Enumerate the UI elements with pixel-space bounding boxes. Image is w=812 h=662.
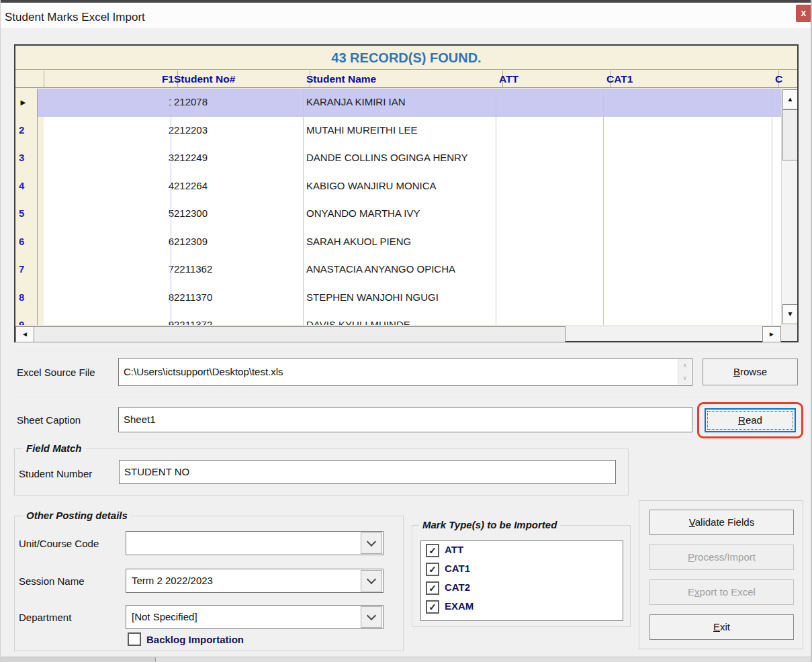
cell-f1: 4 [37,173,177,201]
cell-student-no: 2211372 [171,312,310,325]
list-item[interactable]: ✓ ATT [421,541,623,560]
scroll-down-button[interactable]: ▼ [782,304,797,324]
cell-f1: 1 [37,89,177,117]
cell-cat1 [603,256,778,284]
cell-student-no: 212249 [171,144,310,173]
student-number-input[interactable]: STUDENT NO [119,460,616,484]
session-name-dropdown-button[interactable] [361,570,382,592]
table-row[interactable]: 7 7 2211362 ANASTACIA ANYANGO OPICHA [15,256,781,285]
scroll-up-button[interactable]: ▲ [782,89,797,109]
check-icon: ✓ [427,564,438,575]
student-marks-import-window: Student Marks Excel Import x 43 RECORD(S… [0,0,812,662]
sheet-caption-label: Sheet Caption [17,414,81,426]
column-header-cat2-clipped[interactable]: C [772,70,788,87]
session-name-combobox[interactable]: Term 2 2022/2023 [126,569,384,593]
cell-student-name: ONYANDO MARTHA IVY [303,200,502,228]
cell-student-name: KABIGO WANJIRU MONICA [303,173,502,201]
cell-student-no: 212203 [171,117,310,145]
mark-types-title: Mark Type(s) to be Imported [419,519,560,530]
column-header-cat1[interactable]: CAT1 [603,70,779,87]
cell-f1: 2 [37,117,177,145]
table-row[interactable]: 4 4 212264 KABIGO WANJIRU MONICA [15,173,781,201]
scroll-left-button[interactable]: ◄ [15,326,34,342]
row-number: 6 [19,236,24,247]
exam-checkbox[interactable]: ✓ [426,600,439,614]
cell-att [496,284,610,312]
att-checkbox[interactable]: ✓ [426,544,439,557]
column-header-student-no[interactable]: Student No# [171,70,310,87]
cell-f1: 3 [37,144,177,173]
table-row[interactable]: 5 5 212300 ONYANDO MARTHA IVY [15,200,781,229]
row-number: 7 [19,263,24,275]
cell-f1: 8 [37,284,177,312]
column-header-f1[interactable]: F1 [37,70,178,87]
excel-source-input[interactable]: C:\Users\ictsupport\Desktop\test.xls ∧ ∨ [118,358,692,386]
backlog-importation-label: Backlog Importation [146,634,244,645]
other-posting-group: Other Posting details Unit/Course Code S… [14,516,404,651]
unit-course-dropdown-button[interactable] [361,532,382,554]
cell-f1: 7 [37,256,177,284]
cat2-checkbox[interactable]: ✓ [426,581,439,595]
browse-button[interactable]: Browse [703,359,798,385]
cat1-checkbox[interactable]: ✓ [426,563,439,576]
sheet-caption-input[interactable]: Sheet1 [118,407,692,432]
cell-att [496,89,610,117]
cat1-label: CAT1 [445,563,470,574]
session-name-label: Session Name [19,575,85,587]
row-number: 3 [19,152,24,163]
cell-att [496,200,610,228]
column-header-att[interactable]: ATT [496,70,611,87]
cell-student-name: STEPHEN WANJOHI NGUGI [303,284,502,312]
department-dropdown-button[interactable] [361,606,382,628]
field-match-group: Field Match Student Number STUDENT NO [14,448,629,495]
check-icon: ✓ [427,583,438,594]
close-icon: x [801,7,807,18]
list-item[interactable]: ✓ CAT2 [421,579,623,598]
cell-student-no: 212264 [171,173,310,201]
unit-course-label: Unit/Course Code [19,538,99,549]
cell-cat1 [603,89,778,117]
scroll-right-button[interactable]: ► [762,326,781,342]
spinner-down-icon: ∨ [678,372,691,385]
table-row[interactable]: 6 6 212309 SARAH AKUOL PIENG [15,228,781,257]
validate-fields-button[interactable]: Validate Fields [649,510,794,535]
unit-course-combobox[interactable] [126,531,384,555]
mark-types-group: Mark Type(s) to be Imported ✓ ATT ✓ CAT1… [412,525,631,627]
att-label: ATT [445,544,463,555]
records-found-caption: 43 RECORD(S) FOUND. [15,46,797,70]
cell-cat1 [603,312,778,325]
table-row[interactable]: 8 8 2211370 STEPHEN WANJOHI NGUGI [15,284,781,313]
cell-f1: 5 [37,200,177,228]
cell-cat1 [603,144,778,173]
table-row[interactable]: 3 3 212249 DANDE COLLINS OGINGA HENRY [15,144,781,173]
cat2-label: CAT2 [445,581,470,593]
student-number-label: Student Number [19,468,92,479]
table-row[interactable]: 2 2 212203 MUTAHI MUREITHI LEE [15,117,781,146]
separator [14,350,799,351]
exit-button[interactable]: Exit [649,614,794,640]
exam-label: EXAM [445,600,473,612]
textbox-scroll-spinner[interactable]: ∧ ∨ [678,359,691,385]
excel-source-value: C:\Users\ictsupport\Desktop\test.xls [124,366,283,377]
cell-f1: 6 [37,228,177,256]
close-button[interactable]: x [796,5,811,22]
column-header-student-name[interactable]: Student Name [303,70,503,87]
department-combobox[interactable]: [Not Specified] [126,605,384,629]
export-to-excel-button[interactable]: Export to Excel [649,579,794,605]
process-import-button[interactable]: Process/Import [649,545,794,570]
horizontal-scroll-thumb[interactable] [34,326,566,342]
list-item[interactable]: ✓ EXAM [421,598,623,616]
read-button[interactable]: Read [705,408,796,432]
table-row-partial[interactable]: 9 9 2211372 DAVIS KYULI MUINDE [15,312,781,325]
table-row[interactable]: ► 1 212078 KARANJA KIMIRI IAN [15,89,781,117]
backlog-importation-checkbox[interactable] [128,632,141,646]
list-item[interactable]: ✓ CAT1 [421,560,623,579]
cell-cat1 [603,117,778,145]
cell-student-no: 212309 [171,228,310,256]
cell-cat1 [603,284,778,312]
vertical-scrollbar[interactable]: ▲ ▼ [781,89,797,325]
cell-att [496,312,610,325]
horizontal-scrollbar[interactable]: ◄ ► [15,326,781,341]
vertical-scroll-thumb[interactable] [782,109,797,160]
mark-types-listbox[interactable]: ✓ ATT ✓ CAT1 ✓ CAT2 ✓ EXAM [420,540,623,621]
